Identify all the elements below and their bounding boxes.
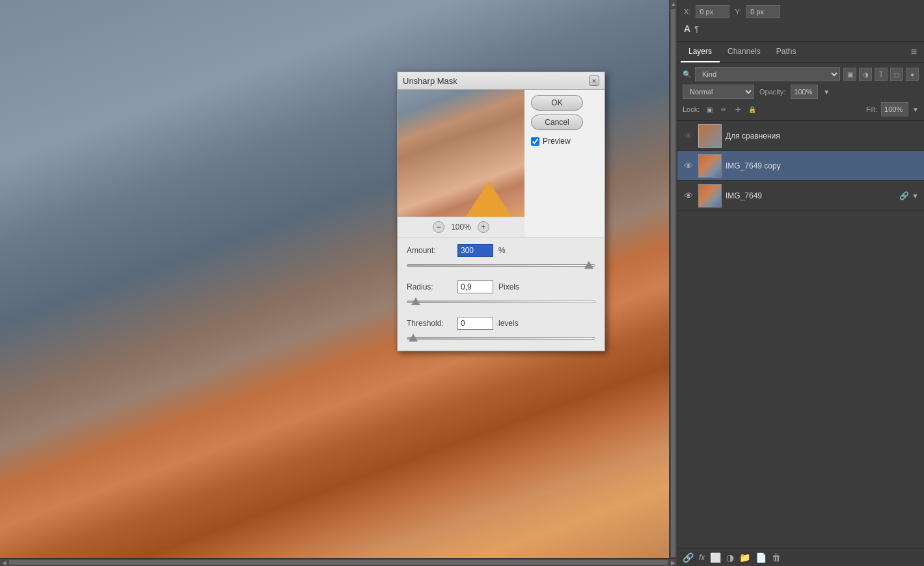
scroll-left-arrow[interactable]: ◀ <box>0 559 8 566</box>
filter-adjustment-icon[interactable]: ◑ <box>859 68 872 81</box>
fill-input[interactable] <box>881 102 908 116</box>
filter-row: 🔍 Kind ▣ ◑ T ◻ ● <box>683 67 919 81</box>
layers-bottom-toolbar: 🔗 fx ⬜ ◑ 📁 📄 🗑 <box>677 548 924 566</box>
visibility-icon: 👁 <box>684 161 693 171</box>
radius-slider-thumb[interactable] <box>411 297 420 305</box>
cancel-button[interactable]: Cancel <box>531 115 583 130</box>
zoom-in-button[interactable]: + <box>478 221 489 233</box>
tab-channels[interactable]: Channels <box>720 42 768 62</box>
lock-paint-icon[interactable]: ✏ <box>718 103 729 115</box>
amount-slider-track-container <box>407 260 595 271</box>
layer-item[interactable]: 👁 IMG_7649 copy <box>677 151 924 181</box>
right-panel: X: Y: A ¶ Layers Channels Paths <box>677 0 924 566</box>
dialog-zoom-row: − 100% + <box>398 217 524 237</box>
dialog-preview-image[interactable] <box>398 90 524 217</box>
layer-visibility-toggle[interactable]: 👁 <box>683 130 694 142</box>
y-input[interactable] <box>746 5 780 18</box>
lock-row: Lock: ▣ ✏ ✛ 🔒 Fill: ▼ <box>683 102 919 116</box>
radius-slider-row: Radius: Pixels <box>407 280 595 308</box>
layers-list: 👁 Для сравнения 👁 IMG_7649 copy <box>677 121 924 548</box>
layer-expand-icon[interactable]: ▼ <box>912 192 919 200</box>
threshold-slider-thumb[interactable] <box>409 334 418 342</box>
panel-menu-icon[interactable]: ≡ <box>907 44 921 61</box>
layer-name: IMG_7649 copy <box>726 161 919 170</box>
radius-label-row: Radius: Pixels <box>407 280 595 293</box>
scroll-thumb-vertical[interactable] <box>671 9 675 557</box>
amount-slider-row: Amount: % <box>407 244 595 271</box>
x-input[interactable] <box>696 5 729 18</box>
layer-name: Для сравнения <box>726 131 919 141</box>
preview-label: Preview <box>543 137 571 146</box>
threshold-label: Threshold: <box>407 319 452 328</box>
layer-item[interactable]: 👁 IMG_7649 🔗 ▼ <box>677 181 924 211</box>
zoom-out-button[interactable]: − <box>433 221 444 233</box>
lock-icons: ▣ ✏ ✛ 🔒 <box>703 103 758 115</box>
dialog-titlebar[interactable]: Unsharp Mask × <box>398 72 605 90</box>
lock-move-icon[interactable]: ✛ <box>732 103 744 115</box>
canvas-scrollbar-horizontal[interactable]: ◀ ▶ <box>0 558 677 566</box>
threshold-slider-track[interactable] <box>407 337 595 340</box>
fill-label: Fill: <box>866 105 877 113</box>
layer-right-icons: 🔗 ▼ <box>899 191 919 200</box>
amount-input[interactable] <box>457 244 493 257</box>
blend-mode-select[interactable]: Normal <box>683 85 754 99</box>
threshold-label-row: Threshold: levels <box>407 317 595 330</box>
delete-layer-icon[interactable]: 🗑 <box>772 552 781 563</box>
filter-shape-icon[interactable]: ◻ <box>890 68 903 81</box>
tab-paths[interactable]: Paths <box>768 42 804 62</box>
layer-thumbnail <box>698 124 722 148</box>
lock-all-icon[interactable]: 🔒 <box>746 103 758 115</box>
threshold-unit: levels <box>498 319 519 328</box>
zoom-in-icon: + <box>481 222 485 232</box>
filter-type-icon[interactable]: T <box>875 68 888 81</box>
lock-pixels-icon[interactable]: ▣ <box>703 103 715 115</box>
opacity-dropdown-arrow[interactable]: ▼ <box>823 88 830 96</box>
dialog-close-button[interactable]: × <box>589 75 599 86</box>
fx-icon[interactable]: fx <box>699 553 705 562</box>
dialog-title: Unsharp Mask <box>403 76 457 86</box>
visibility-icon: 👁 <box>684 191 693 201</box>
layer-link-icon[interactable]: 🔗 <box>899 191 909 200</box>
layer-thumbnail <box>698 154 722 178</box>
app-container: ▲ ▼ ◀ ▶ Unsharp Mask × <box>0 0 924 566</box>
scroll-thumb-horizontal[interactable] <box>9 560 668 565</box>
scroll-right-arrow[interactable]: ▶ <box>669 559 677 566</box>
new-layer-icon[interactable]: 📄 <box>755 552 767 563</box>
fill-dropdown-arrow[interactable]: ▼ <box>912 106 919 113</box>
radius-input[interactable] <box>457 280 493 293</box>
threshold-input[interactable] <box>457 317 493 330</box>
scroll-up-arrow[interactable]: ▲ <box>670 0 677 8</box>
add-mask-icon[interactable]: ⬜ <box>710 552 721 563</box>
layer-visibility-toggle[interactable]: 👁 <box>683 160 694 172</box>
amount-label-row: Amount: % <box>407 244 595 257</box>
search-icon: 🔍 <box>683 70 692 79</box>
opacity-label: Opacity: <box>759 88 785 96</box>
x-label: X: <box>684 8 690 16</box>
canvas-area: ▲ ▼ ◀ ▶ Unsharp Mask × <box>0 0 677 566</box>
layers-panel: Layers Channels Paths ≡ 🔍 Kind <box>677 42 924 566</box>
filter-smart-icon[interactable]: ● <box>906 68 919 81</box>
amount-slider-thumb[interactable] <box>584 261 593 269</box>
dialog-preview-area: − 100% + <box>398 90 524 237</box>
layer-visibility-toggle[interactable]: 👁 <box>683 190 694 202</box>
ok-button[interactable]: OK <box>531 95 583 111</box>
canvas-scrollbar-vertical[interactable]: ▲ ▼ <box>669 0 677 566</box>
new-group-icon[interactable]: 📁 <box>739 552 750 563</box>
filter-pixel-icon[interactable]: ▣ <box>843 68 856 81</box>
adjustment-layer-icon[interactable]: ◑ <box>726 552 734 563</box>
preview-checkbox[interactable] <box>531 137 539 146</box>
paragraph-tool-icon[interactable]: ¶ <box>694 24 699 34</box>
link-layers-icon[interactable]: 🔗 <box>683 552 694 563</box>
dialog-controls-area: OK Cancel Preview <box>524 90 605 237</box>
radius-slider-track[interactable] <box>407 301 595 303</box>
text-tool-icon[interactable]: A <box>684 23 690 34</box>
tab-layers[interactable]: Layers <box>681 42 720 62</box>
amount-slider-track[interactable] <box>407 264 595 267</box>
xy-row: X: Y: <box>684 5 917 18</box>
zoom-level-display: 100% <box>451 222 471 232</box>
opacity-input[interactable] <box>791 85 818 99</box>
layer-name: IMG_7649 <box>726 191 895 200</box>
layer-item[interactable]: 👁 Для сравнения <box>677 121 924 151</box>
amount-unit: % <box>498 246 506 255</box>
kind-select[interactable]: Kind <box>695 67 840 81</box>
